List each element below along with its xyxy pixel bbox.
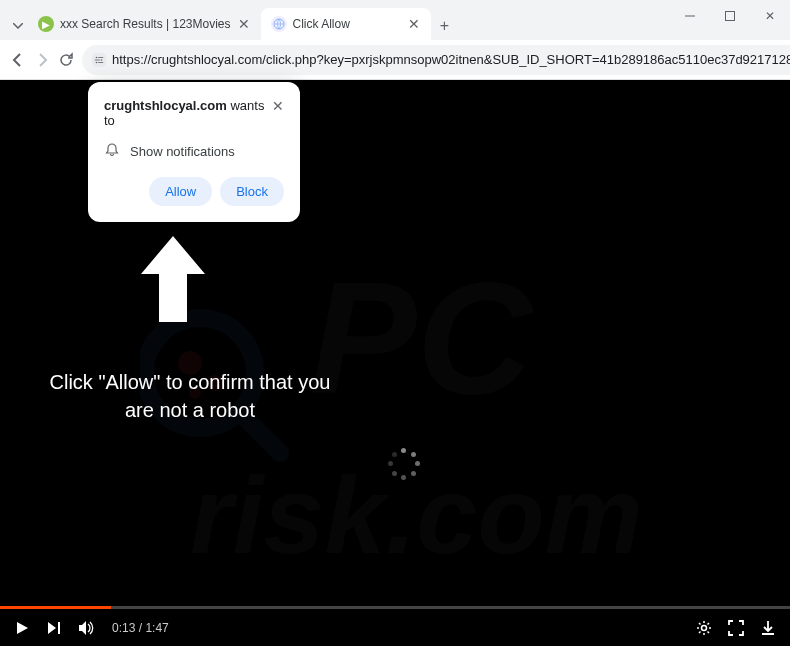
- close-icon[interactable]: ✕: [237, 17, 251, 31]
- close-button[interactable]: ✕: [750, 0, 790, 32]
- bell-icon: [104, 142, 120, 161]
- page-content: crughtshlocyal.com wants to ✕ Show notif…: [0, 80, 790, 646]
- video-controls: 0:13 / 1:47: [0, 606, 790, 646]
- play-icon: ▶: [38, 16, 54, 32]
- next-button[interactable]: [46, 620, 62, 636]
- play-button[interactable]: [14, 620, 30, 636]
- tab-title: xxx Search Results | 123Movies: [60, 17, 231, 31]
- allow-button[interactable]: Allow: [149, 177, 212, 206]
- settings-button[interactable]: [696, 620, 712, 636]
- tab-click-allow[interactable]: Click Allow ✕: [261, 8, 431, 40]
- globe-icon: [271, 16, 287, 32]
- progress-bar[interactable]: [0, 606, 790, 609]
- svg-point-5: [101, 59, 103, 61]
- svg-text:PC: PC: [310, 263, 535, 427]
- svg-point-7: [96, 61, 98, 63]
- close-icon[interactable]: ✕: [272, 98, 284, 114]
- arrow-up-icon: [135, 234, 211, 328]
- svg-point-3: [96, 56, 98, 58]
- fullscreen-button[interactable]: [728, 620, 744, 636]
- reload-button[interactable]: [58, 46, 74, 74]
- new-tab-button[interactable]: +: [431, 12, 459, 40]
- url-text: https://crughtshlocyal.com/click.php?key…: [112, 52, 790, 67]
- forward-button[interactable]: [34, 46, 50, 74]
- notification-permission-popup: crughtshlocyal.com wants to ✕ Show notif…: [88, 82, 300, 222]
- block-button[interactable]: Block: [220, 177, 284, 206]
- svg-rect-2: [726, 12, 735, 21]
- window-controls: ✕: [670, 0, 790, 32]
- address-bar[interactable]: https://crughtshlocyal.com/click.php?key…: [82, 45, 790, 75]
- tab-title: Click Allow: [293, 17, 401, 31]
- back-button[interactable]: [10, 46, 26, 74]
- svg-point-20: [702, 625, 707, 630]
- permission-label: Show notifications: [130, 144, 235, 159]
- site-settings-icon[interactable]: [92, 53, 106, 67]
- instruction-text: Click "Allow" to confirm that you are no…: [40, 368, 340, 424]
- loading-spinner-icon: [388, 448, 420, 480]
- browser-toolbar: https://crughtshlocyal.com/click.php?key…: [0, 40, 790, 80]
- permission-title: crughtshlocyal.com wants to: [104, 98, 272, 128]
- volume-button[interactable]: [78, 620, 96, 636]
- browser-titlebar: ▶ xxx Search Results | 123Movies ✕ Click…: [0, 0, 790, 40]
- progress-fill: [0, 606, 111, 609]
- close-icon[interactable]: ✕: [407, 17, 421, 31]
- download-button[interactable]: [760, 620, 776, 636]
- tabs-dropdown-button[interactable]: [8, 12, 28, 40]
- tab-123movies[interactable]: ▶ xxx Search Results | 123Movies ✕: [28, 8, 261, 40]
- video-time: 0:13 / 1:47: [112, 621, 169, 635]
- minimize-button[interactable]: [670, 0, 710, 32]
- maximize-button[interactable]: [710, 0, 750, 32]
